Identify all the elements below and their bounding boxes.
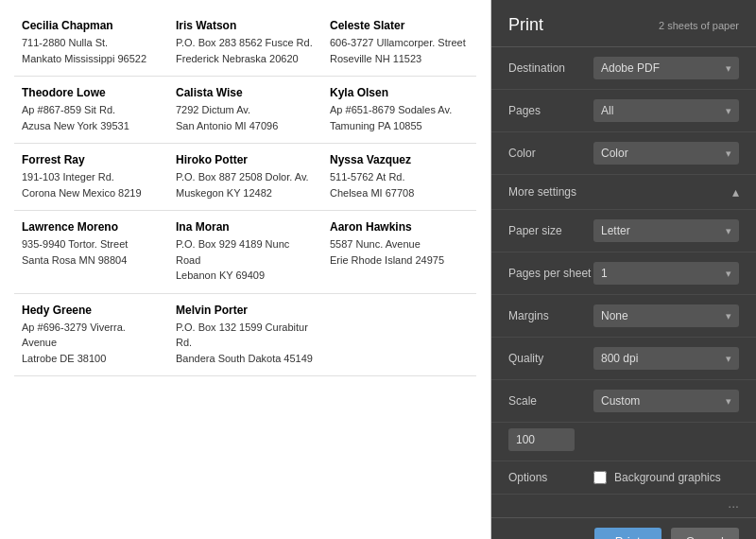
contact-name: Iris Watson — [176, 19, 315, 32]
pages-per-sheet-select[interactable]: 1246916 — [593, 262, 739, 285]
list-item: Aaron Hawkins 5587 Nunc. AvenueErie Rhod… — [322, 211, 476, 294]
margins-select[interactable]: NoneDefaultMinimumCustom — [593, 304, 739, 327]
list-item: Cecilia Chapman 711-2880 Nulla St.Mankat… — [14, 9, 168, 77]
destination-label: Destination — [508, 61, 593, 75]
contact-name: Aaron Hawkins — [330, 220, 469, 234]
contact-name: Kyla Olsen — [330, 86, 469, 99]
margins-label: Margins — [508, 309, 593, 322]
contact-address: 935-9940 Tortor. StreetSanta Rosa MN 988… — [22, 236, 161, 268]
contact-address: 606-3727 Ullamcorper. StreetRoseville NH… — [330, 35, 469, 66]
more-settings-label: More settings — [508, 185, 576, 199]
print-header: Print 2 sheets of paper — [491, 0, 756, 47]
contact-address: 511-5762 At Rd.Chelsea MI 67708 — [330, 169, 469, 200]
list-item: Celeste Slater 606-3727 Ullamcorper. Str… — [322, 9, 476, 77]
chevron-up-icon: ▴ — [732, 184, 739, 200]
list-item: Melvin Porter P.O. Box 132 1599 Curabitu… — [168, 294, 322, 377]
color-select-wrapper: ColorBlack and white — [593, 142, 739, 165]
print-title: Print — [508, 15, 543, 35]
document-preview: Cecilia Chapman 711-2880 Nulla St.Mankat… — [0, 0, 491, 539]
list-item: Theodore Lowe Ap #867-859 Sit Rd.Azusa N… — [14, 77, 168, 144]
contact-grid: Cecilia Chapman 711-2880 Nulla St.Mankat… — [14, 9, 476, 376]
contact-name: Calista Wise — [176, 86, 315, 99]
options-row: Options Background graphics — [491, 461, 756, 495]
pages-select[interactable]: AllCustom — [593, 99, 739, 122]
scale-input[interactable] — [508, 428, 575, 451]
pages-per-sheet-label: Pages per sheet — [508, 267, 593, 280]
contact-address: 5587 Nunc. AvenueErie Rhode Island 24975 — [330, 236, 469, 268]
list-item — [322, 294, 476, 377]
contact-name: Celeste Slater — [330, 19, 469, 32]
more-settings-row[interactable]: More settings ▴ — [491, 175, 756, 210]
list-item: Calista Wise 7292 Dictum Av.San Antonio … — [168, 77, 322, 144]
color-row: Color ColorBlack and white — [491, 132, 756, 175]
contact-name: Theodore Lowe — [22, 86, 161, 99]
pages-per-sheet-select-wrapper: 1246916 — [593, 262, 739, 285]
scale-label: Scale — [508, 394, 593, 408]
print-sheets: 2 sheets of paper — [659, 20, 739, 31]
scale-input-row — [491, 423, 756, 461]
cancel-button[interactable]: Cancel — [671, 528, 739, 539]
list-item: Ina Moran P.O. Box 929 4189 Nunc RoadLeb… — [168, 211, 322, 294]
contact-address: P.O. Box 283 8562 Fusce Rd.Frederick Neb… — [176, 35, 315, 66]
quality-select-wrapper: 800 dpi600 dpi300 dpi — [593, 347, 739, 370]
list-item: Nyssa Vazquez 511-5762 At Rd.Chelsea MI … — [322, 144, 476, 211]
contact-address: Ap #867-859 Sit Rd.Azusa New York 39531 — [22, 102, 161, 133]
contact-name: Ina Moran — [176, 220, 315, 234]
list-item: Iris Watson P.O. Box 283 8562 Fusce Rd.F… — [168, 9, 322, 77]
scale-select-wrapper: CustomDefaultFit to page width — [593, 390, 739, 412]
contact-name: Forrest Ray — [22, 153, 161, 166]
contact-address: 7292 Dictum Av.San Antonio MI 47096 — [176, 102, 315, 133]
contact-name: Melvin Porter — [176, 304, 315, 317]
pages-label: Pages — [508, 104, 593, 117]
pages-per-sheet-row: Pages per sheet 1246916 — [491, 252, 756, 295]
paper-size-row: Paper size LetterA4Legal — [491, 210, 756, 252]
pages-select-wrapper: AllCustom — [593, 99, 739, 122]
destination-select-wrapper: Adobe PDFSave as PDFMicrosoft Print to P… — [593, 57, 739, 79]
quality-label: Quality — [508, 352, 593, 365]
background-graphics-checkbox[interactable] — [593, 471, 607, 484]
print-panel: Print 2 sheets of paper Destination Adob… — [491, 0, 756, 539]
contact-name: Lawrence Moreno — [22, 220, 161, 234]
background-graphics-label[interactable]: Background graphics — [593, 471, 721, 484]
scale-control: CustomDefaultFit to page width — [593, 390, 739, 412]
contact-address: P.O. Box 887 2508 Dolor. Av.Muskegon KY … — [176, 169, 315, 200]
quality-control: 800 dpi600 dpi300 dpi — [593, 347, 739, 370]
margins-select-wrapper: NoneDefaultMinimumCustom — [593, 304, 739, 327]
paper-size-select-wrapper: LetterA4Legal — [593, 219, 739, 242]
paper-size-control: LetterA4Legal — [593, 219, 739, 242]
margins-row: Margins NoneDefaultMinimumCustom — [491, 295, 756, 338]
contact-address: P.O. Box 929 4189 Nunc RoadLebanon KY 69… — [176, 236, 315, 284]
quality-select[interactable]: 800 dpi600 dpi300 dpi — [593, 347, 739, 370]
destination-select[interactable]: Adobe PDFSave as PDFMicrosoft Print to P… — [593, 57, 739, 79]
color-control: ColorBlack and white — [593, 142, 739, 165]
scale-row: Scale CustomDefaultFit to page width — [491, 380, 756, 423]
paper-size-select[interactable]: LetterA4Legal — [593, 219, 739, 242]
list-item: Lawrence Moreno 935-9940 Tortor. StreetS… — [14, 211, 168, 294]
list-item: Forrest Ray 191-103 Integer Rd.Corona Ne… — [14, 144, 168, 211]
quality-row: Quality 800 dpi600 dpi300 dpi — [491, 338, 756, 380]
list-item: Hiroko Potter P.O. Box 887 2508 Dolor. A… — [168, 144, 322, 211]
list-item: Hedy Greene Ap #696-3279 Viverra. Avenue… — [14, 294, 168, 377]
contact-name: Hiroko Potter — [176, 153, 315, 166]
contact-address: Ap #696-3279 Viverra. AvenueLatrobe DE 3… — [22, 320, 161, 367]
contact-name: Nyssa Vazquez — [330, 153, 469, 166]
contact-address: Ap #651-8679 Sodales Av.Tamuning PA 1085… — [330, 102, 469, 133]
color-select[interactable]: ColorBlack and white — [593, 142, 739, 165]
print-button[interactable]: Print — [594, 528, 662, 539]
contact-name: Cecilia Chapman — [22, 19, 161, 32]
options-label: Options — [508, 471, 593, 484]
margins-control: NoneDefaultMinimumCustom — [593, 304, 739, 327]
dots-row: ··· — [491, 495, 756, 517]
pages-row: Pages AllCustom — [491, 90, 756, 132]
destination-row: Destination Adobe PDFSave as PDFMicrosof… — [491, 47, 756, 90]
contact-address: 711-2880 Nulla St.Mankato Mississippi 96… — [22, 35, 161, 66]
contact-address: P.O. Box 132 1599 Curabitur Rd.Bandera S… — [176, 320, 315, 367]
color-label: Color — [508, 147, 593, 160]
print-footer: Print Cancel — [491, 517, 756, 539]
pages-control: AllCustom — [593, 99, 739, 122]
contact-name: Hedy Greene — [22, 304, 161, 317]
paper-size-label: Paper size — [508, 224, 593, 237]
scale-select[interactable]: CustomDefaultFit to page width — [593, 390, 739, 412]
destination-control: Adobe PDFSave as PDFMicrosoft Print to P… — [593, 57, 739, 79]
background-graphics-text: Background graphics — [614, 471, 721, 484]
